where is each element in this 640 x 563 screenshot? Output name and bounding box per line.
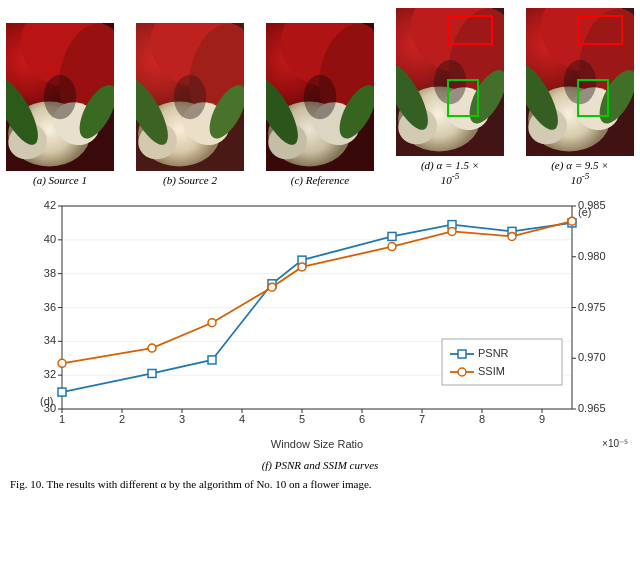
figure-main-caption: Fig. 10. The results with different α by… (6, 477, 634, 492)
image-item-d: (d) α = 1.5 ×10-5 (396, 8, 504, 186)
caption-a: (a) Source 1 (33, 174, 87, 186)
image-source2 (136, 23, 244, 171)
figure-container: (a) Source 1 (b) Source 2 (c) Reference … (0, 0, 640, 496)
image-source1 (6, 23, 114, 171)
caption-e: (e) α = 9.5 ×10-5 (551, 159, 609, 186)
image-item-b: (b) Source 2 (136, 23, 244, 186)
chart-area: (f) PSNR and SSIM curves (6, 192, 634, 471)
image-item-c: (c) Reference (266, 23, 374, 186)
image-reference (266, 23, 374, 171)
chart-canvas (10, 192, 630, 457)
caption-d: (d) α = 1.5 ×10-5 (421, 159, 479, 186)
image-e (526, 8, 634, 156)
image-item-a: (a) Source 1 (6, 23, 114, 186)
caption-c: (c) Reference (291, 174, 350, 186)
images-row: (a) Source 1 (b) Source 2 (c) Reference … (6, 8, 634, 186)
chart-caption: (f) PSNR and SSIM curves (262, 459, 379, 471)
image-item-e: (e) α = 9.5 ×10-5 (526, 8, 634, 186)
caption-b: (b) Source 2 (163, 174, 217, 186)
image-d (396, 8, 504, 156)
